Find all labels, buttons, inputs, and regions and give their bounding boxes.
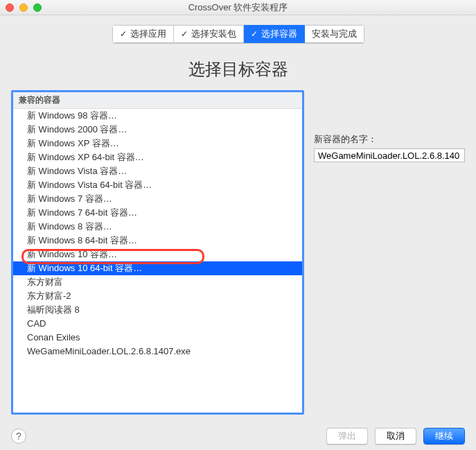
list-item[interactable]: 新 Windows XP 64-bit 容器…	[13, 150, 302, 164]
bottle-listbox[interactable]: 兼容的容器 新 Windows 98 容器…新 Windows 2000 容器……	[11, 90, 304, 415]
step-bar: ✓选择应用✓选择安装包✓选择容器安装与完成	[0, 25, 476, 43]
list-item[interactable]: 新 Windows 8 64-bit 容器…	[13, 234, 302, 248]
check-icon: ✓	[120, 29, 127, 39]
list-item[interactable]: 新 Windows 8 容器…	[13, 220, 302, 234]
continue-button[interactable]: 继续	[423, 428, 465, 444]
list-item[interactable]: 福昕阅读器 8	[13, 303, 302, 317]
step-2[interactable]: ✓选择容器	[244, 25, 305, 43]
list-item[interactable]: 新 Windows 7 容器…	[13, 192, 302, 206]
list-item[interactable]: 东方财富	[13, 275, 302, 289]
list-item[interactable]: CAD	[13, 317, 302, 331]
list-item[interactable]: 新 Windows 98 容器…	[13, 109, 302, 123]
check-icon: ✓	[181, 29, 188, 39]
page-title: 选择目标容器	[0, 58, 476, 80]
help-button[interactable]: ?	[11, 429, 26, 444]
step-label: 选择安装包	[191, 28, 236, 40]
eject-button[interactable]: 弹出	[326, 428, 368, 444]
list-item[interactable]: 新 Windows 10 容器…	[13, 248, 302, 261]
step-label: 选择应用	[130, 28, 166, 40]
right-pane: 新容器的名字：	[314, 90, 465, 415]
titlebar: CrossOver 软件安装程序	[0, 0, 476, 15]
list-item[interactable]: 新 Windows Vista 64-bit 容器…	[13, 178, 302, 192]
list-item[interactable]: 新 Windows 2000 容器…	[13, 123, 302, 137]
step-3[interactable]: 安装与完成	[305, 25, 364, 43]
window-title: CrossOver 软件安装程序	[0, 1, 476, 14]
list-item[interactable]: 东方财富-2	[13, 289, 302, 303]
list-item[interactable]: WeGameMiniLoader.LOL.2.6.8.1407.exe	[13, 345, 302, 358]
list-section-header: 兼容的容器	[13, 92, 302, 109]
list-item[interactable]: 新 Windows Vista 容器…	[13, 164, 302, 178]
bottle-name-label: 新容器的名字：	[314, 133, 465, 146]
list-item[interactable]: Conan Exiles	[13, 331, 302, 345]
list-item[interactable]: 新 Windows 10 64-bit 容器…	[13, 261, 302, 275]
step-0[interactable]: ✓选择应用	[112, 25, 174, 43]
step-label: 安装与完成	[312, 28, 357, 40]
list-item[interactable]: 新 Windows XP 容器…	[13, 137, 302, 150]
list-item[interactable]: 新 Windows 7 64-bit 容器…	[13, 206, 302, 220]
check-icon: ✓	[251, 29, 258, 39]
step-label: 选择容器	[261, 28, 297, 40]
bottle-name-input[interactable]	[314, 148, 465, 162]
cancel-button[interactable]: 取消	[375, 428, 416, 444]
step-1[interactable]: ✓选择安装包	[174, 25, 244, 43]
